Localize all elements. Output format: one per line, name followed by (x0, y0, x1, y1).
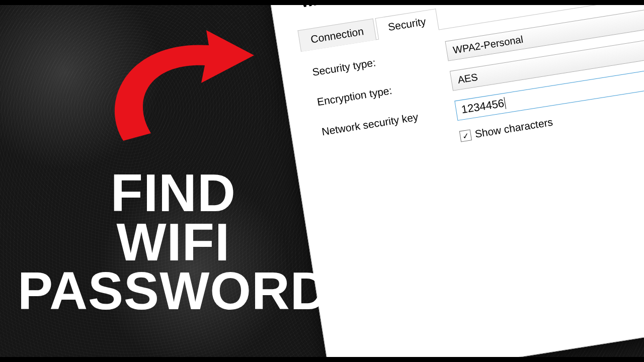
letterbox-top (0, 0, 644, 5)
select-security-type-value: WPA2-Personal (452, 33, 524, 56)
tab-connection[interactable]: Connection (297, 19, 376, 52)
overlay-caption: FIND WIFI PASSWORD (18, 168, 329, 316)
select-encryption-type-value: AES (457, 71, 478, 85)
label-security-type: Security type: (311, 45, 447, 78)
checkbox-show-characters[interactable]: ✓ (459, 129, 472, 142)
tab-connection-label: Connection (310, 25, 365, 45)
red-arrow-icon (93, 20, 294, 151)
input-network-security-key-value: 1234456 (460, 97, 505, 116)
letterbox-bottom (0, 357, 644, 362)
tab-security[interactable]: Security (375, 9, 439, 40)
label-network-security-key: Network security key (321, 105, 457, 138)
checkbox-show-characters-label: Show characters (474, 116, 553, 140)
tab-security-label: Security (387, 16, 427, 33)
label-encryption-type: Encryption type: (316, 75, 452, 108)
